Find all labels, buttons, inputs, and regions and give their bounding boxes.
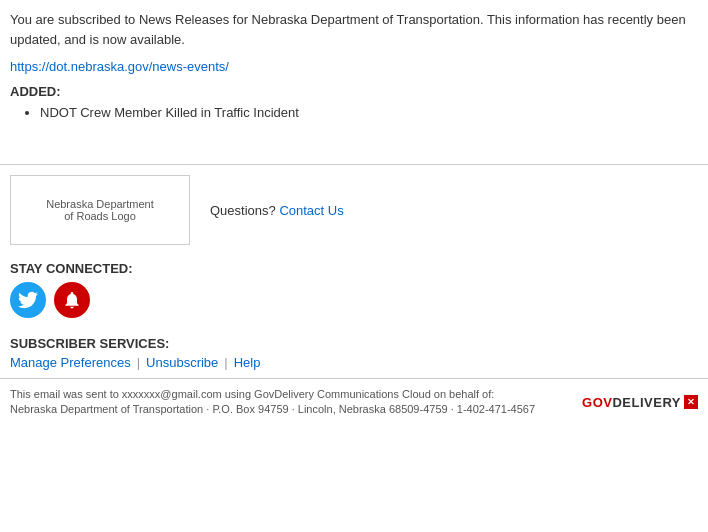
added-list: NDOT Crew Member Killed in Traffic Incid… <box>40 105 698 120</box>
gov-prefix: GOV <box>582 395 612 410</box>
manage-preferences-link[interactable]: Manage Preferences <box>10 355 131 370</box>
subscriber-links: Manage Preferences | Unsubscribe | Help <box>10 355 698 370</box>
intro-text: You are subscribed to News Releases for … <box>10 10 698 49</box>
separator-2: | <box>224 355 227 370</box>
footer-bottom: This email was sent to xxxxxxx@gmail.com… <box>0 378 708 426</box>
list-item: NDOT Crew Member Killed in Traffic Incid… <box>40 105 698 120</box>
questions-area: Questions? Contact Us <box>210 203 344 218</box>
help-link[interactable]: Help <box>234 355 261 370</box>
stay-connected-label: STAY CONNECTED: <box>10 261 698 276</box>
footer-disclaimer: This email was sent to xxxxxxx@gmail.com… <box>10 387 540 418</box>
govdelivery-badge: GOVDELIVERY ✕ <box>582 395 698 410</box>
govdelivery-text: GOVDELIVERY <box>582 395 681 410</box>
main-content: You are subscribed to News Releases for … <box>0 0 708 144</box>
twitter-icon[interactable] <box>10 282 46 318</box>
logo-image: Nebraska Departmentof Roads Logo <box>42 194 158 226</box>
subscriber-label: SUBSCRIBER SERVICES: <box>10 336 698 351</box>
news-link[interactable]: https://dot.nebraska.gov/news-events/ <box>10 59 229 74</box>
stay-connected-section: STAY CONNECTED: <box>0 255 708 332</box>
added-label: ADDED: <box>10 84 698 99</box>
delivery-suffix: DELIVERY <box>612 395 681 410</box>
logo-box: Nebraska Departmentof Roads Logo <box>10 175 190 245</box>
unsubscribe-link[interactable]: Unsubscribe <box>146 355 218 370</box>
questions-text: Questions? <box>210 203 276 218</box>
footer-top: Nebraska Departmentof Roads Logo Questio… <box>0 165 708 255</box>
social-icons <box>10 282 698 318</box>
contact-link[interactable]: Contact Us <box>279 203 343 218</box>
subscriber-services-section: SUBSCRIBER SERVICES: Manage Preferences … <box>0 332 708 378</box>
notify-icon[interactable] <box>54 282 90 318</box>
close-govdelivery-button[interactable]: ✕ <box>684 395 698 409</box>
separator-1: | <box>137 355 140 370</box>
